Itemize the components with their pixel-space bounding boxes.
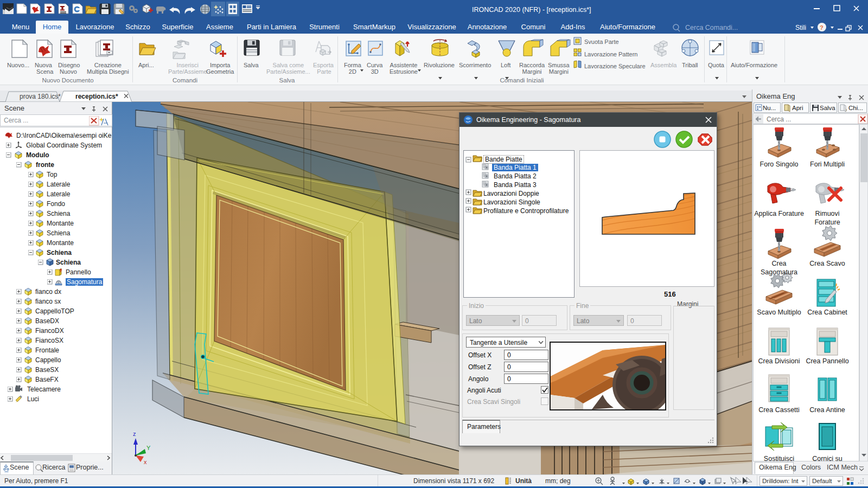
svg-text:Forature: Forature — [814, 219, 840, 226]
svg-text:Cornici su: Cornici su — [812, 455, 843, 461]
svg-text:Crea Scavo: Crea Scavo — [809, 260, 845, 267]
svg-text:Crea Cassetti: Crea Cassetti — [758, 406, 800, 414]
svg-text:Sagomatura: Sagomatura — [761, 268, 797, 276]
svg-text:Crea Pannello: Crea Pannello — [806, 357, 848, 365]
svg-text:Fori Multipli: Fori Multipli — [810, 160, 845, 168]
svg-text:Stili: Stili — [795, 24, 806, 31]
svg-text:Scavo Multiplo: Scavo Multiplo — [757, 309, 801, 316]
svg-text:Crea Divisioni: Crea Divisioni — [758, 357, 800, 365]
svg-text:Sostituisci: Sostituisci — [764, 455, 794, 461]
svg-text:?: ? — [820, 24, 824, 31]
svg-text:Cerca Comandi...: Cerca Comandi... — [685, 24, 738, 31]
svg-text:Nu...: Nu... — [763, 105, 776, 111]
svg-text:Crea Cabinet: Crea Cabinet — [807, 309, 847, 316]
svg-text:Crea: Crea — [771, 260, 786, 267]
svg-text:Crea Antine: Crea Antine — [809, 406, 845, 414]
svg-text:z: z — [133, 431, 136, 437]
svg-text:Y: Y — [146, 445, 151, 451]
svg-text:prova 180.ics*: prova 180.ics* — [20, 93, 61, 100]
svg-text:Foro Singolo: Foro Singolo — [760, 160, 799, 168]
svg-text:Cerca ...: Cerca ... — [767, 115, 791, 123]
svg-text:Applica Forature: Applica Forature — [754, 210, 804, 217]
svg-text:Chi...: Chi... — [848, 105, 863, 111]
svg-text:x: x — [144, 459, 147, 465]
svg-text:reception.ics*: reception.ics* — [75, 93, 118, 100]
svg-text:Salva: Salva — [820, 105, 835, 111]
svg-text:Apri: Apri — [792, 105, 803, 111]
svg-text:Rimuovi: Rimuovi — [815, 210, 839, 217]
